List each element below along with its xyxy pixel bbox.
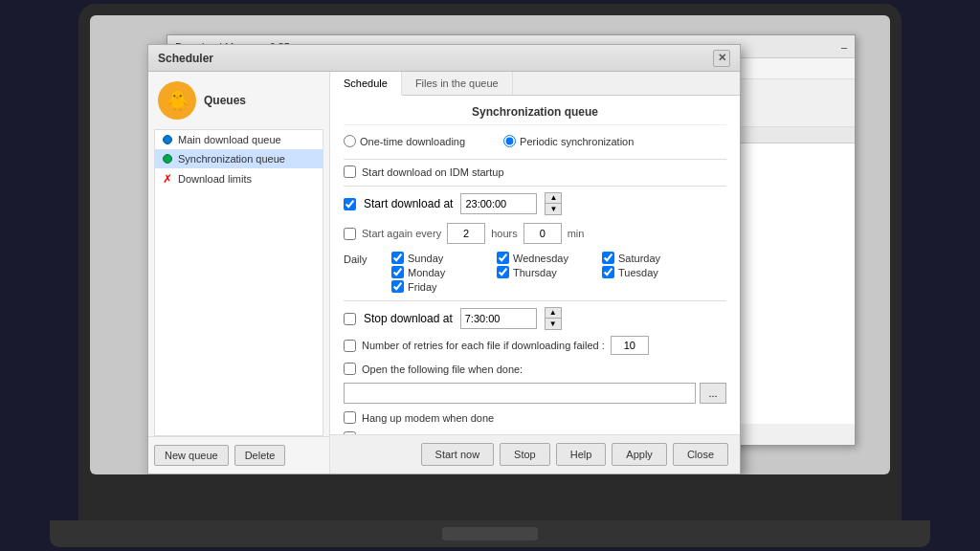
tab-files-in-queue[interactable]: Files in the queue [402,72,513,95]
day-friday[interactable]: Friday [391,280,497,293]
queue-item-limits[interactable]: ✗ Download limits [155,168,323,189]
stop-button-main[interactable]: Stop [500,443,550,466]
queue-item-main[interactable]: Main download queue [155,130,323,149]
download-type-row: One-time downloading Periodic synchroniz… [344,135,726,147]
divider-2 [344,186,726,187]
hang-up-checkbox[interactable] [344,411,356,424]
retries-label: Number of retries for each file if downl… [362,340,605,351]
sync-queue-title: Synchronization queue [344,105,726,125]
scheduler-title: Scheduler [158,52,713,65]
day-saturday[interactable]: Saturday [602,252,707,264]
stop-download-label: Stop download at [364,312,453,325]
min-input[interactable] [523,223,562,244]
one-time-radio[interactable] [344,135,356,147]
open-file-input[interactable] [344,383,696,404]
day-wednesday-label: Wednesday [513,253,568,264]
stop-time-down[interactable]: ▼ [546,319,561,329]
apply-button[interactable]: Apply [612,443,667,466]
one-time-label: One-time downloading [360,136,465,147]
one-time-option[interactable]: One-time downloading [344,135,465,147]
hang-up-row: Hang up modem when done [344,411,726,424]
day-monday[interactable]: Monday [391,266,497,278]
hang-up-label: Hang up modem when done [362,412,494,424]
day-monday-label: Monday [408,267,445,278]
help-button[interactable]: Help [556,443,607,466]
startup-row: Start download on IDM startup [344,165,726,178]
close-button[interactable]: Close [673,443,728,466]
day-friday-label: Friday [408,281,437,293]
new-queue-button[interactable]: New queue [154,445,229,466]
day-tuesday-label: Tuesday [618,267,658,278]
start-download-row: Start download at ▲ ▼ [344,192,726,215]
start-time-up[interactable]: ▲ [546,193,561,204]
day-thursday[interactable]: Thursday [497,266,602,278]
queues-label: Queues [204,94,246,107]
start-download-checkbox[interactable] [344,198,356,210]
day-saturday-label: Saturday [618,253,660,264]
divider-3 [344,300,726,301]
right-content: Synchronization queue One-time downloadi… [330,96,740,434]
queue-label-sync: Synchronization queue [178,153,285,165]
queue-dot-blue [163,135,172,144]
startup-label: Start download on IDM startup [362,166,504,178]
left-buttons: New queue Delete [148,436,329,474]
bottom-buttons: Start now Stop Help Apply Close [330,434,740,474]
retries-checkbox[interactable] [344,340,356,352]
day-sunday-label: Sunday [408,253,443,264]
stop-download-checkbox[interactable] [344,313,356,325]
day-wednesday[interactable]: Wednesday [497,252,602,264]
start-again-row: Start again every hours min [344,223,726,244]
open-file-checkbox[interactable] [344,363,356,375]
daily-section: Daily Sunday Wednesday [344,252,726,293]
laptop-screen: Download Manager 6.35 – Downloads View R… [90,15,890,474]
stop-time-input[interactable] [460,308,537,329]
laptop-base [50,520,930,547]
queue-label-limits: Download limits [178,173,252,185]
start-time-down[interactable]: ▼ [546,204,561,214]
right-panel: Schedule Files in the queue Synchronizat… [330,72,740,474]
periodic-radio[interactable] [503,135,516,147]
left-panel: 🐥 Queues Main download queue Synchroniza… [148,72,330,474]
stop-download-row: Stop download at ▲ ▼ [344,307,726,330]
start-download-label: Start download at [364,197,453,210]
queue-dot-green [163,154,172,164]
day-tuesday[interactable]: Tuesday [602,266,707,278]
daily-row: Daily Sunday Wednesday [344,252,726,293]
start-time-spinner: ▲ ▼ [545,192,562,215]
start-again-label: Start again every [362,228,441,239]
stop-time-up[interactable]: ▲ [546,308,561,319]
min-label: min [568,228,585,239]
scheduler-close-button[interactable]: ✕ [713,50,730,67]
tab-schedule[interactable]: Schedule [330,72,402,96]
stop-time-spinner: ▲ ▼ [545,307,562,330]
queue-x-icon: ✗ [163,172,172,186]
queue-item-sync[interactable]: Synchronization queue [155,149,323,168]
day-thursday-label: Thursday [513,267,557,278]
queue-header: 🐥 Queues [148,72,329,129]
hours-input[interactable] [447,223,485,244]
retries-input[interactable] [611,336,649,355]
start-now-button[interactable]: Start now [421,443,494,466]
periodic-option[interactable]: Periodic synchronization [503,135,634,147]
start-time-input[interactable] [460,193,537,214]
start-again-checkbox[interactable] [344,228,356,240]
tabs: Schedule Files in the queue [330,72,740,96]
open-file-row: Open the following file when done: [344,363,726,375]
periodic-label: Periodic synchronization [520,136,634,147]
day-sunday[interactable]: Sunday [391,252,497,264]
delete-button[interactable]: Delete [234,445,286,466]
scheduler-titlebar: Scheduler ✕ [148,45,740,72]
laptop-outer: Download Manager 6.35 – Downloads View R… [78,4,902,520]
startup-checkbox[interactable] [344,165,356,178]
scheduler-dialog: Scheduler ✕ 🐥 Queues Main downloa [147,44,741,474]
duck-icon: 🐥 [158,81,196,120]
hours-label: hours [491,228,518,239]
open-file-section: Open the following file when done: ... [344,363,726,404]
days-grid: Sunday Wednesday Saturday [391,252,707,293]
queue-label-main: Main download queue [178,134,281,145]
retries-row: Number of retries for each file if downl… [344,336,726,355]
browse-button[interactable]: ... [700,383,726,404]
main-minimize-icon[interactable]: – [841,41,847,53]
daily-label: Daily [344,252,382,265]
open-file-label: Open the following file when done: [362,364,523,375]
